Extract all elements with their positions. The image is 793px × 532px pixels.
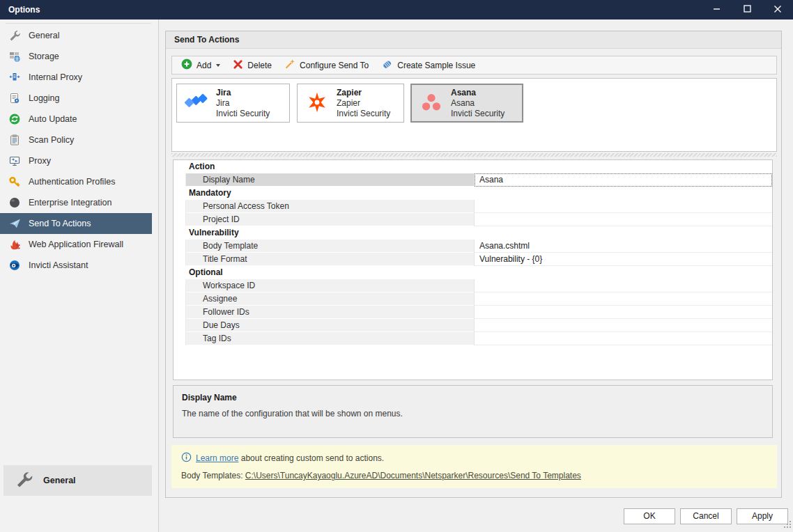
configure-send-to-button[interactable]: Configure Send To bbox=[278, 57, 375, 73]
property-label[interactable]: Project ID bbox=[186, 213, 475, 226]
property-value-input[interactable] bbox=[475, 292, 772, 306]
sidebar-item-authentication-profiles[interactable]: Authentication Profiles bbox=[0, 171, 152, 192]
sidebar-item-label: Invicti Assistant bbox=[29, 260, 88, 270]
card-title: Zapier bbox=[337, 88, 390, 98]
sidebar-item-general[interactable]: General bbox=[0, 25, 152, 46]
property-value-input[interactable] bbox=[475, 319, 772, 332]
sidebar-item-enterprise-integration[interactable]: Enterprise Integration bbox=[0, 192, 152, 213]
sidebar-divider bbox=[6, 23, 151, 24]
sidebar-item-internal-proxy[interactable]: Internal Proxy bbox=[0, 67, 152, 88]
body-templates-path-link[interactable]: C:\Users\TuncayKayaoglu.AzureAD\Document… bbox=[245, 471, 581, 480]
property-row-title-format[interactable]: Title Format Vulnerability - {0} bbox=[174, 253, 772, 266]
property-label[interactable]: Personal Access Token bbox=[186, 200, 475, 213]
property-value-input[interactable]: Asana bbox=[475, 173, 772, 187]
close-button[interactable] bbox=[762, 0, 793, 19]
property-category-action[interactable]: Action bbox=[174, 160, 772, 173]
property-row-due-days[interactable]: Due Days bbox=[174, 319, 772, 332]
sphere-icon bbox=[8, 196, 21, 209]
zapier-icon bbox=[305, 91, 329, 116]
send-to-actions-panel: Send To Actions Add Delete Configure Sen… bbox=[165, 31, 782, 498]
sidebar-item-web-application-firewall[interactable]: Web Application Firewall bbox=[0, 234, 152, 255]
create-sample-issue-button[interactable]: Create Sample Issue bbox=[375, 57, 482, 73]
property-label[interactable]: Workspace ID bbox=[186, 279, 475, 292]
property-label[interactable]: Due Days bbox=[186, 319, 475, 332]
resize-grip[interactable] bbox=[783, 520, 792, 531]
sidebar-item-label: Logging bbox=[29, 93, 60, 103]
apply-button[interactable]: Apply bbox=[737, 508, 788, 524]
row-indent bbox=[174, 200, 186, 213]
row-indent bbox=[174, 306, 186, 319]
property-value-input[interactable] bbox=[475, 200, 772, 213]
send-to-actions-list: Jira Jira Invicti Security Zapier Zapier… bbox=[171, 78, 777, 152]
property-label[interactable]: Display Name bbox=[186, 173, 475, 187]
property-row-tag-ids[interactable]: Tag IDs bbox=[174, 332, 772, 345]
info-icon bbox=[181, 452, 192, 464]
property-row-display-name[interactable]: Display Name Asana bbox=[174, 173, 772, 187]
card-asana[interactable]: Asana Asana Invicti Security bbox=[410, 84, 523, 123]
row-indent bbox=[174, 279, 186, 292]
property-category-vulnerability[interactable]: Vulnerability bbox=[174, 226, 772, 240]
delete-button[interactable]: Delete bbox=[226, 57, 278, 73]
property-label[interactable]: Title Format bbox=[186, 253, 475, 266]
delete-label: Delete bbox=[247, 61, 272, 70]
toolbar: Add Delete Configure Send To Create Samp… bbox=[171, 56, 777, 75]
property-row-project-id[interactable]: Project ID bbox=[174, 213, 772, 226]
property-value-input[interactable] bbox=[475, 213, 772, 226]
panel-header: Send To Actions bbox=[166, 31, 781, 49]
maximize-button[interactable] bbox=[732, 0, 762, 19]
sidebar-item-label: Auto Update bbox=[29, 114, 77, 124]
property-row-body-template[interactable]: Body Template Asana.cshtml bbox=[174, 240, 772, 253]
row-indent bbox=[174, 253, 186, 266]
ok-button[interactable]: OK bbox=[624, 508, 675, 524]
property-label[interactable]: Follower IDs bbox=[186, 306, 475, 319]
sidebar-item-label: Storage bbox=[29, 52, 59, 61]
property-value-input[interactable]: Asana.cshtml bbox=[475, 240, 772, 253]
refresh-icon bbox=[8, 113, 21, 125]
info-panel: Learn more about creating custom send to… bbox=[171, 445, 777, 488]
splitter-handle[interactable] bbox=[171, 153, 777, 157]
row-indent bbox=[174, 173, 186, 187]
sidebar-item-send-to-actions[interactable]: Send To Actions bbox=[0, 213, 152, 234]
sidebar-item-label: Scan Policy bbox=[29, 135, 74, 145]
property-value-input[interactable] bbox=[475, 306, 772, 319]
card-vendor: Invicti Security bbox=[216, 109, 270, 119]
minimize-icon bbox=[713, 5, 721, 15]
sidebar-item-storage[interactable]: Storage bbox=[0, 46, 152, 67]
sidebar-item-scan-policy[interactable]: Scan Policy bbox=[0, 130, 152, 150]
card-zapier[interactable]: Zapier Zapier Invicti Security bbox=[297, 84, 404, 123]
sidebar-item-logging[interactable]: Logging bbox=[0, 88, 152, 109]
panel-title: Send To Actions bbox=[174, 35, 239, 45]
sidebar-item-label: Proxy bbox=[29, 156, 51, 166]
paper-plane-icon bbox=[8, 217, 21, 230]
add-button[interactable]: Add bbox=[175, 57, 226, 73]
minimize-button[interactable] bbox=[701, 0, 732, 19]
sidebar-item-proxy[interactable]: Proxy bbox=[0, 150, 152, 171]
sidebar-item-auto-update[interactable]: Auto Update bbox=[0, 109, 152, 130]
sidebar-item-label: Authentication Profiles bbox=[29, 177, 115, 187]
sidebar-item-label: Internal Proxy bbox=[29, 72, 82, 82]
property-row-personal-access-token[interactable]: Personal Access Token bbox=[174, 200, 772, 213]
sidebar-category-general[interactable]: General bbox=[3, 465, 152, 496]
property-value-input[interactable] bbox=[475, 279, 772, 292]
property-row-follower-ids[interactable]: Follower IDs bbox=[174, 306, 772, 319]
category-label: Optional bbox=[189, 267, 223, 277]
property-category-optional[interactable]: Optional bbox=[174, 266, 772, 279]
sidebar-category-label: General bbox=[43, 476, 76, 485]
card-jira[interactable]: Jira Jira Invicti Security bbox=[176, 84, 290, 123]
sidebar-item-invicti-assistant[interactable]: Invicti Assistant bbox=[0, 255, 152, 276]
property-value-input[interactable]: Vulnerability - {0} bbox=[475, 253, 772, 266]
sidebar-item-label: Enterprise Integration bbox=[29, 198, 112, 208]
property-row-assignee[interactable]: Assignee bbox=[174, 292, 772, 306]
learn-more-link[interactable]: Learn more bbox=[196, 453, 238, 463]
property-label[interactable]: Assignee bbox=[186, 292, 475, 306]
property-label[interactable]: Tag IDs bbox=[186, 332, 475, 345]
property-value-input[interactable] bbox=[475, 332, 772, 345]
row-indent bbox=[174, 319, 186, 332]
category-label: Mandatory bbox=[189, 188, 231, 198]
property-label[interactable]: Body Template bbox=[186, 240, 475, 253]
sidebar-item-label: Send To Actions bbox=[29, 219, 91, 228]
property-category-mandatory[interactable]: Mandatory bbox=[174, 187, 772, 200]
title-bar: Options bbox=[0, 0, 793, 19]
property-row-workspace-id[interactable]: Workspace ID bbox=[174, 279, 772, 292]
cancel-button[interactable]: Cancel bbox=[680, 508, 732, 524]
